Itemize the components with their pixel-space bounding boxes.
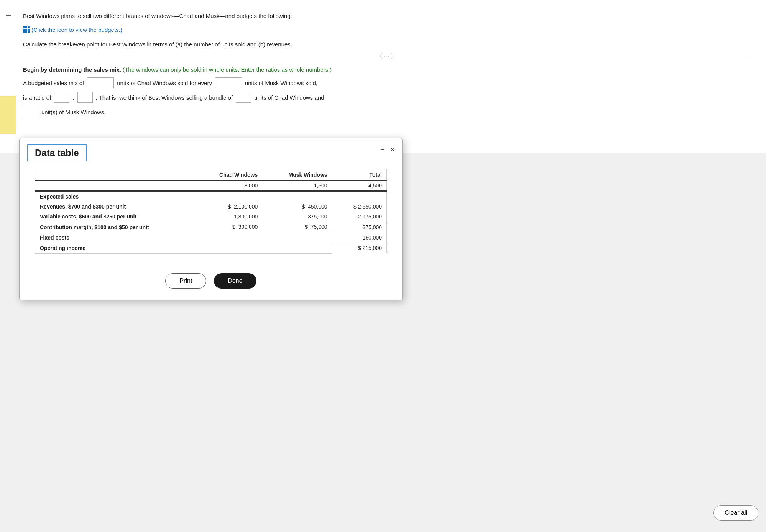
row1-suffix: units of Musk Windows sold, <box>245 80 317 86</box>
financial-table: Chad Windows Musk Windows Total 3,000 1,… <box>35 169 387 254</box>
expected-sales-chad <box>193 191 262 202</box>
table-row: Operating income $ 215,000 <box>35 243 387 253</box>
row3-suffix: unit(s) of Musk Windows. <box>41 109 106 115</box>
units-total: 4,500 <box>332 181 387 191</box>
table-row: Expected sales <box>35 191 387 202</box>
units-chad: 3,000 <box>193 181 262 191</box>
view-budgets-label: (Click the icon to view the budgets.) <box>31 26 122 33</box>
units-label <box>35 181 194 191</box>
modal-footer: Print Done <box>20 273 402 289</box>
operating-income-chad <box>193 243 262 253</box>
colon: : <box>72 94 74 101</box>
revenues-musk: $ 450,000 <box>262 202 332 212</box>
back-button[interactable]: ← <box>5 11 12 20</box>
fixed-costs-label: Fixed costs <box>35 233 194 243</box>
units-musk: 1,500 <box>262 181 332 191</box>
contrib-margin-total: 375,000 <box>332 222 387 233</box>
table-row: Revenues, $700 and $300 per unit $ 2,100… <box>35 202 387 212</box>
highlight-bar <box>0 96 16 134</box>
bundle-chad-input[interactable] <box>236 92 251 103</box>
done-button[interactable]: Done <box>214 273 256 289</box>
units-row: 3,000 1,500 4,500 <box>35 181 387 191</box>
operating-income-label: Operating income <box>35 243 194 253</box>
contrib-margin-label: Contribution margin, $100 and $50 per un… <box>35 222 194 233</box>
operating-income-total: $ 215,000 <box>332 243 387 253</box>
chad-units-input[interactable] <box>87 77 114 88</box>
col-header-label <box>35 169 194 181</box>
row2-mid: . That is, we think of Best Windows sell… <box>96 94 233 101</box>
grid-icon <box>23 26 30 33</box>
sales-mix-row2: is a ratio of : . That is, we think of B… <box>23 92 751 103</box>
divider-dots: ··· <box>380 53 393 59</box>
musk-units-input[interactable] <box>215 77 242 88</box>
row1-prefix: A budgeted sales mix of <box>23 80 84 86</box>
sales-mix-row1: A budgeted sales mix of units of Chad Wi… <box>23 77 751 88</box>
table-row: Variable costs, $600 and $250 per unit 1… <box>35 212 387 222</box>
green-note: (The windows can only be sold in whole u… <box>123 66 332 73</box>
close-button[interactable]: × <box>390 146 395 153</box>
view-budgets-link[interactable]: (Click the icon to view the budgets.) <box>23 26 122 33</box>
fixed-costs-total: 160,000 <box>332 233 387 243</box>
row1-mid: units of Chad Windows sold for every <box>117 80 212 86</box>
row2-prefix: is a ratio of <box>23 94 51 101</box>
calculate-text: Calculate the breakeven point for Best W… <box>23 40 751 49</box>
table-header-row: Chad Windows Musk Windows Total <box>35 169 387 181</box>
table-row: Contribution margin, $100 and $50 per un… <box>35 222 387 233</box>
sales-mix-row3: unit(s) of Musk Windows. <box>23 107 751 117</box>
expected-sales-total <box>332 191 387 202</box>
col-header-musk: Musk Windows <box>262 169 332 181</box>
contrib-margin-chad: $ 300,000 <box>193 222 262 233</box>
sales-mix-heading: Begin by determining the sales mix. (The… <box>23 66 751 73</box>
fixed-costs-chad <box>193 233 262 243</box>
variable-costs-label: Variable costs, $600 and $250 per unit <box>35 212 194 222</box>
expected-sales-label: Expected sales <box>35 191 194 202</box>
col-header-chad: Chad Windows <box>193 169 262 181</box>
sales-mix-section: Begin by determining the sales mix. (The… <box>23 66 751 117</box>
revenues-label: Revenues, $700 and $300 per unit <box>35 202 194 212</box>
revenues-chad: $ 2,100,000 <box>193 202 262 212</box>
modal-controls: − × <box>380 146 395 153</box>
clear-all-button[interactable]: Clear all <box>713 505 758 521</box>
intro-text: Best Windows plans to sell two different… <box>23 11 751 21</box>
expected-sales-musk <box>262 191 332 202</box>
operating-income-musk <box>262 243 332 253</box>
fixed-costs-musk <box>262 233 332 243</box>
table-row: Fixed costs 160,000 <box>35 233 387 243</box>
minimize-button[interactable]: − <box>380 146 385 153</box>
variable-costs-chad: 1,800,000 <box>193 212 262 222</box>
ratio-right-input[interactable] <box>77 92 93 103</box>
modal-title: Data table <box>27 144 87 161</box>
modal-header: Data table − × <box>20 138 402 161</box>
contrib-margin-musk: $ 75,000 <box>262 222 332 233</box>
bundle-musk-input[interactable] <box>23 107 38 117</box>
print-button[interactable]: Print <box>165 273 206 289</box>
ratio-left-input[interactable] <box>54 92 69 103</box>
modal-body: Chad Windows Musk Windows Total 3,000 1,… <box>20 161 402 262</box>
variable-costs-musk: 375,000 <box>262 212 332 222</box>
variable-costs-total: 2,175,000 <box>332 212 387 222</box>
row2-suffix: units of Chad Windows and <box>254 94 324 101</box>
revenues-total: $ 2,550,000 <box>332 202 387 212</box>
col-header-total: Total <box>332 169 387 181</box>
data-table-modal: Data table − × Chad Windows Musk Windows… <box>19 138 403 300</box>
